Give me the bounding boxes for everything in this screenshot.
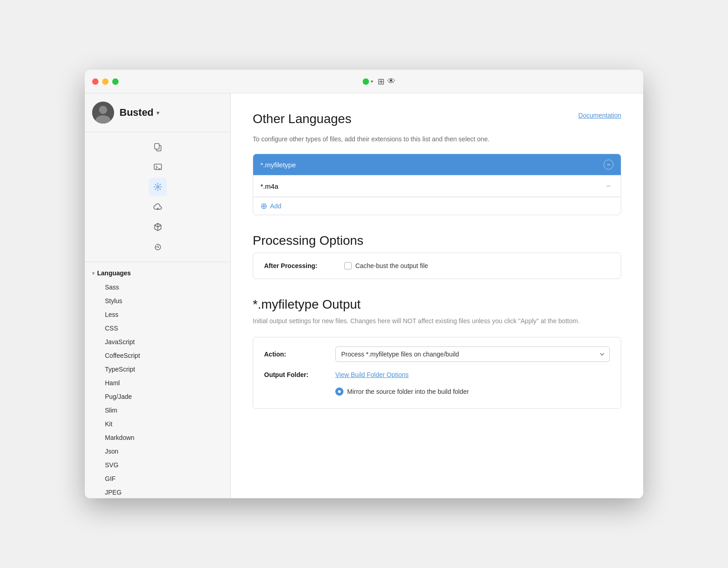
- nav-item-typescript[interactable]: TypeScript: [88, 362, 227, 376]
- add-icon: ⊕: [260, 202, 267, 210]
- processing-options-section: Processing Options After Processing: Cac…: [253, 233, 621, 279]
- after-processing-row: After Processing: Cache-bust the output …: [264, 262, 610, 269]
- copy-icon-btn[interactable]: [149, 138, 167, 156]
- nav-item-gif[interactable]: GIF: [88, 472, 227, 485]
- nav-item-slim[interactable]: Slim: [88, 403, 227, 417]
- sidebar-nav: ▾ Languages Sass Stylus Less CSS JavaScr…: [85, 262, 230, 498]
- nav-item-svg[interactable]: SVG: [88, 458, 227, 472]
- action-row: Action: Process *.myfiletype files on ch…: [264, 346, 610, 362]
- mirror-radio-option[interactable]: Mirror the source folder into the build …: [335, 387, 469, 396]
- filetype-item-myfiletype[interactable]: *.myfiletype −: [253, 154, 621, 176]
- avatar: [92, 102, 114, 124]
- main-content: Other Languages Documentation To configu…: [231, 93, 643, 498]
- add-filetype-row[interactable]: ⊕ Add: [253, 197, 621, 215]
- sidebar-icon-buttons: [85, 132, 230, 262]
- remove-m4a-button[interactable]: −: [603, 181, 614, 191]
- languages-chevron-icon: ▾: [92, 271, 94, 276]
- languages-section-header[interactable]: ▾ Languages: [85, 266, 230, 280]
- sidebar-header: Busted ▾: [85, 93, 230, 132]
- view-build-folder-link[interactable]: View Build Folder Options: [335, 371, 409, 378]
- toolbar-icons: ⊞ 👁: [378, 77, 395, 87]
- box-icon-btn[interactable]: [149, 218, 167, 236]
- svg-point-1: [99, 106, 107, 114]
- app-chevron-icon: ▾: [156, 109, 160, 116]
- run-indicator[interactable]: ▾: [363, 78, 373, 85]
- content-wrapper: Busted ▾: [85, 93, 643, 498]
- nav-item-haml[interactable]: Haml: [88, 376, 227, 390]
- app-name-wrapper[interactable]: Busted ▾: [120, 107, 160, 119]
- processing-options-box: After Processing: Cache-bust the output …: [253, 253, 621, 279]
- monitor-icon[interactable]: ⊞: [378, 77, 385, 87]
- cache-bust-option[interactable]: Cache-bust the output file: [344, 262, 428, 269]
- output-title: *.myfiletype Output: [253, 297, 621, 312]
- cache-bust-checkbox[interactable]: [344, 262, 352, 269]
- languages-section-label: Languages: [97, 269, 131, 277]
- main-window: ▾ ⊞ 👁: [85, 70, 643, 498]
- output-description: Initial output settings for new files. C…: [253, 316, 621, 326]
- svg-rect-4: [155, 144, 159, 149]
- nav-item-kit[interactable]: Kit: [88, 417, 227, 431]
- app-name: Busted: [120, 107, 154, 119]
- nav-item-css[interactable]: CSS: [88, 321, 227, 335]
- history-icon-btn[interactable]: [149, 238, 167, 256]
- titlebar-center: ▾ ⊞ 👁: [122, 77, 636, 87]
- nav-item-coffeescript[interactable]: CoffeeScript: [88, 349, 227, 362]
- nav-item-json[interactable]: Json: [88, 444, 227, 458]
- documentation-link[interactable]: Documentation: [578, 112, 621, 119]
- cache-bust-label: Cache-bust the output file: [355, 262, 428, 269]
- terminal-icon-btn[interactable]: [149, 158, 167, 176]
- action-select[interactable]: Process *.myfiletype files on change/bui…: [335, 346, 610, 362]
- svg-point-6: [156, 186, 159, 188]
- other-languages-subtitle: To configure other types of files, add t…: [253, 135, 621, 143]
- remove-myfiletype-button[interactable]: −: [603, 160, 614, 170]
- sidebar: Busted ▾: [85, 93, 231, 498]
- minimize-button[interactable]: [102, 78, 109, 85]
- run-dot: [363, 78, 369, 85]
- filetype-item-m4a[interactable]: *.m4a −: [253, 176, 621, 197]
- other-languages-title: Other Languages: [253, 112, 351, 126]
- other-languages-section: Other Languages Documentation To configu…: [253, 112, 621, 215]
- filetype-list: *.myfiletype − *.m4a − ⊕ Add: [253, 154, 621, 215]
- nav-item-javascript[interactable]: JavaScript: [88, 335, 227, 349]
- nav-item-less[interactable]: Less: [88, 308, 227, 321]
- nav-item-pug[interactable]: Pug/Jade: [88, 390, 227, 403]
- mirror-radio-label: Mirror the source folder into the build …: [347, 388, 469, 395]
- nav-item-stylus[interactable]: Stylus: [88, 294, 227, 308]
- cloud-icon-btn[interactable]: [149, 198, 167, 216]
- settings-icon-btn[interactable]: [149, 178, 167, 196]
- nav-item-jpeg[interactable]: JPEG: [88, 485, 227, 498]
- after-processing-label: After Processing:: [264, 262, 337, 269]
- close-button[interactable]: [92, 78, 99, 85]
- mirror-radio-button[interactable]: [335, 387, 343, 396]
- avatar-placeholder: [92, 102, 114, 124]
- eye-icon[interactable]: 👁: [387, 77, 395, 87]
- filetype-label-myfiletype: *.myfiletype: [260, 161, 296, 169]
- output-folder-row: Output Folder: View Build Folder Options: [264, 371, 610, 378]
- section-header-row: Other Languages Documentation: [253, 112, 621, 131]
- titlebar: ▾ ⊞ 👁: [85, 70, 643, 93]
- nav-item-markdown[interactable]: Markdown: [88, 431, 227, 444]
- nav-item-sass[interactable]: Sass: [88, 280, 227, 294]
- mirror-radio-row: Mirror the source folder into the build …: [264, 387, 610, 399]
- maximize-button[interactable]: [112, 78, 119, 85]
- run-chevron-icon: ▾: [371, 79, 373, 84]
- output-folder-label: Output Folder:: [264, 371, 328, 378]
- processing-options-title: Processing Options: [253, 233, 621, 248]
- add-label: Add: [270, 202, 281, 210]
- radio-dot-inner: [338, 390, 341, 393]
- output-section: *.myfiletype Output Initial output setti…: [253, 297, 621, 409]
- filetype-label-m4a: *.m4a: [260, 182, 278, 190]
- action-label: Action:: [264, 351, 328, 358]
- output-box: Action: Process *.myfiletype files on ch…: [253, 337, 621, 409]
